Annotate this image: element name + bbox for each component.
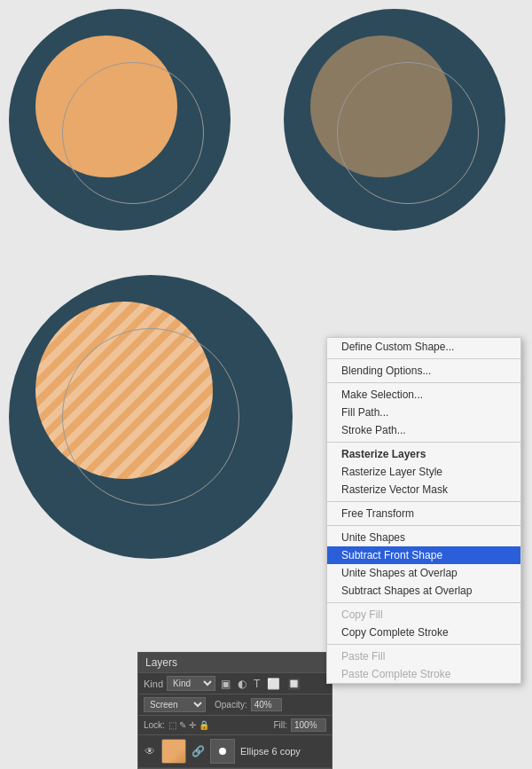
layers-panel: Layers Kind Kind ▣ ◐ T ⬜ 🔲 Screen Opacit… bbox=[137, 652, 332, 769]
fill-label: Fill: bbox=[273, 720, 287, 730]
layer-visibility-icon[interactable]: 👁 bbox=[144, 745, 156, 757]
menu-item-copy-complete-stroke[interactable]: Copy Complete Stroke bbox=[327, 624, 520, 641]
menu-separator-1 bbox=[327, 358, 520, 359]
layer-mask-dot bbox=[219, 748, 226, 755]
menu-item-rasterize-layers[interactable]: Rasterize Layers bbox=[327, 445, 520, 463]
menu-item-stroke-path[interactable]: Stroke Path... bbox=[327, 421, 520, 439]
opacity-input[interactable] bbox=[251, 698, 282, 711]
menu-item-free-transform[interactable]: Free Transform bbox=[327, 505, 520, 522]
blend-mode-select[interactable]: Screen bbox=[144, 697, 206, 712]
menu-item-make-selection[interactable]: Make Selection... bbox=[327, 386, 520, 404]
outline-circle-bl bbox=[62, 328, 239, 506]
menu-separator-4 bbox=[327, 501, 520, 502]
menu-separator-2 bbox=[327, 382, 520, 383]
layers-toolbar: Kind Kind ▣ ◐ T ⬜ 🔲 bbox=[138, 673, 332, 694]
context-menu: Define Custom Shape... Blending Options.… bbox=[326, 337, 521, 684]
type-icon: T bbox=[252, 678, 262, 690]
menu-item-paste-complete-stroke[interactable]: Paste Complete Stroke bbox=[327, 665, 520, 683]
layer-item[interactable]: 👁 🔗 Ellipse 6 copy bbox=[138, 735, 332, 768]
menu-item-copy-fill[interactable]: Copy Fill bbox=[327, 606, 520, 624]
pixel-icon: ▣ bbox=[219, 678, 232, 690]
lock-icons-group: ⬚ ✎ ✛ 🔒 bbox=[168, 720, 270, 730]
menu-separator-6 bbox=[327, 602, 520, 603]
layer-thumbnail bbox=[161, 739, 186, 764]
menu-separator-7 bbox=[327, 644, 520, 645]
circle-group-topleft bbox=[9, 9, 231, 231]
menu-item-paste-fill[interactable]: Paste Fill bbox=[327, 647, 520, 665]
menu-item-rasterize-vector-mask[interactable]: Rasterize Vector Mask bbox=[327, 481, 520, 498]
smart-icon: 🔲 bbox=[286, 678, 302, 690]
layers-blend-row: Screen Opacity: bbox=[138, 694, 332, 716]
menu-item-unite-shapes-at-overlap[interactable]: Unite Shapes at Overlap bbox=[327, 564, 520, 582]
menu-item-subtract-front-shape[interactable]: Subtract Front Shape bbox=[327, 546, 520, 564]
canvas-area: Define Custom Shape... Blending Options.… bbox=[0, 0, 532, 769]
layer-name: Ellipse 6 copy bbox=[240, 746, 326, 757]
lock-brush-icon[interactable]: ✎ bbox=[179, 720, 186, 730]
layers-lock-row: Lock: ⬚ ✎ ✛ 🔒 Fill: bbox=[138, 716, 332, 735]
menu-item-define-custom-shape[interactable]: Define Custom Shape... bbox=[327, 338, 520, 356]
lock-label: Lock: bbox=[144, 720, 165, 730]
layer-link-icon: 🔗 bbox=[192, 745, 205, 757]
lock-transparency-icon[interactable]: ⬚ bbox=[168, 720, 176, 730]
kind-select[interactable]: Kind bbox=[167, 676, 215, 691]
menu-item-unite-shapes[interactable]: Unite Shapes bbox=[327, 529, 520, 546]
adjustment-icon: ◐ bbox=[236, 678, 248, 690]
menu-item-blending-options[interactable]: Blending Options... bbox=[327, 362, 520, 380]
circle-group-bottomleft bbox=[9, 275, 293, 559]
menu-separator-3 bbox=[327, 442, 520, 443]
layers-panel-title: Layers bbox=[138, 653, 332, 673]
kind-label: Kind bbox=[144, 679, 163, 689]
outline-circle-tl bbox=[62, 62, 204, 204]
menu-item-fill-path[interactable]: Fill Path... bbox=[327, 404, 520, 421]
circle-group-topright bbox=[284, 9, 505, 231]
layer-mask-thumbnail bbox=[210, 739, 235, 764]
fill-input[interactable] bbox=[291, 718, 326, 732]
menu-separator-5 bbox=[327, 525, 520, 526]
lock-move-icon[interactable]: ✛ bbox=[189, 720, 196, 730]
outline-circle-tr bbox=[337, 62, 479, 204]
lock-all-icon[interactable]: 🔒 bbox=[199, 720, 209, 730]
menu-item-rasterize-layer-style[interactable]: Rasterize Layer Style bbox=[327, 463, 520, 481]
shape-icon: ⬜ bbox=[265, 678, 282, 690]
opacity-label: Opacity: bbox=[215, 700, 247, 710]
menu-item-subtract-shapes-at-overlap[interactable]: Subtract Shapes at Overlap bbox=[327, 582, 520, 600]
